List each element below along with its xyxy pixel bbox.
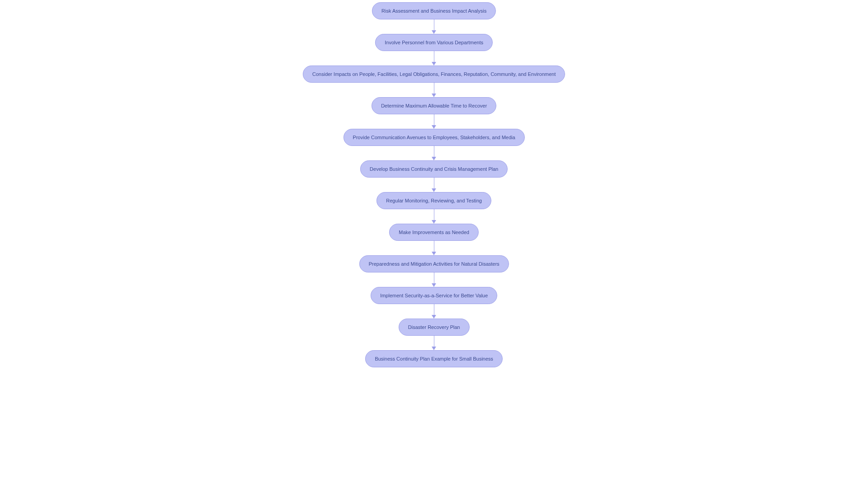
flowchart-container: Risk Assessment and Business Impact Anal… [303,2,565,367]
arrow-down-icon [432,241,436,255]
arrow-down-icon [432,178,436,192]
arrow-down-icon [432,146,436,160]
arrow-down-icon [432,114,436,129]
flow-node: Consider Impacts on People, Facilities, … [303,66,565,83]
flow-node: Regular Monitoring, Reviewing, and Testi… [377,192,491,209]
flow-node: Risk Assessment and Business Impact Anal… [372,2,496,19]
arrow-down-icon [432,304,436,319]
flow-node: Business Continuity Plan Example for Sma… [365,350,503,367]
arrow-down-icon [432,83,436,97]
arrow-down-icon [432,19,436,34]
flow-node: Make Improvements as Needed [389,224,479,241]
arrow-down-icon [432,272,436,287]
flow-node: Disaster Recovery Plan [399,319,470,336]
flow-node: Determine Maximum Allowable Time to Reco… [372,97,496,114]
flow-node: Preparedness and Mitigation Activities f… [359,255,509,272]
flow-node: Provide Communication Avenues to Employe… [343,129,524,146]
arrow-down-icon [432,209,436,224]
arrow-down-icon [432,51,436,66]
flow-node: Develop Business Continuity and Crisis M… [360,160,508,178]
arrow-down-icon [432,336,436,350]
flow-node: Involve Personnel from Various Departmen… [375,34,493,51]
flow-node: Implement Security-as-a-Service for Bett… [371,287,497,304]
